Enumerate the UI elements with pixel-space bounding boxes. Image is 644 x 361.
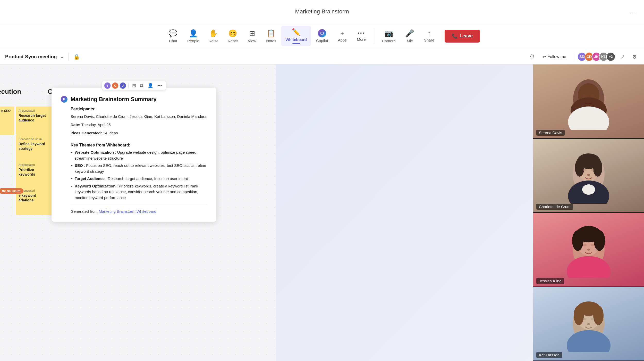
avatar-plus: +2 xyxy=(606,52,615,61)
svg-point-27 xyxy=(587,249,590,251)
serena-video xyxy=(533,64,644,138)
mic-icon: 🎤 xyxy=(405,29,414,38)
card-avatar-2: C xyxy=(112,82,118,89)
camera-icon: 📷 xyxy=(384,29,393,38)
svg-point-11 xyxy=(593,159,602,177)
sticky-charlotte-label: Charlotte de Crum xyxy=(19,137,49,141)
lock-icon: 🔒 xyxy=(73,54,80,60)
svg-point-15 xyxy=(591,169,594,171)
participants-heading: Participants: xyxy=(71,107,207,111)
ideas-count: 14 Ideas xyxy=(103,131,118,135)
avatar-group: SD CD JK KL +2 xyxy=(577,52,615,61)
card-content: Marketing Brainstorm Summary Participant… xyxy=(61,96,207,214)
video-tile-jessica: Jessica Kline xyxy=(533,213,644,287)
sticky-text: e keyword ariations xyxy=(19,193,49,202)
svg-point-5 xyxy=(590,94,595,97)
sticky-text: Refine keyword strategy xyxy=(19,142,49,151)
theme-website: Website Optimization : Upgrade website d… xyxy=(71,150,207,161)
title-bar: Marketing Brainstorm ... xyxy=(0,0,644,23)
separator xyxy=(128,83,129,88)
svg-point-36 xyxy=(587,323,590,325)
video-tile-charlotte: Charlotte de Crum xyxy=(533,139,644,213)
theme-seo-text: : Focus on SEO, reach out to relevant we… xyxy=(75,163,206,174)
app-title: Marketing Brainstorm xyxy=(295,8,349,15)
toolbar-whiteboard[interactable]: ✏️ Whiteboard xyxy=(281,26,311,46)
toolbar: 💬 Chat 👤 People ✋ Raise 😊 React ⊞ View 📋… xyxy=(0,23,644,49)
separator xyxy=(573,53,573,61)
separator xyxy=(69,53,69,61)
toolbar-raise[interactable]: ✋ Raise xyxy=(205,27,223,45)
card-copy-icon[interactable]: ⧉ xyxy=(139,83,145,89)
svg-point-14 xyxy=(583,169,587,171)
sticky-ai-label: AI generated xyxy=(19,109,49,112)
sticky-prioritize: AI generated Prioritize keywords xyxy=(16,161,52,189)
meeting-chevron-icon[interactable]: ⌄ xyxy=(60,54,64,60)
more-button[interactable]: ... xyxy=(630,8,636,15)
video-tile-kat: Kat Larsson xyxy=(533,287,644,361)
video-name-kat: Kat Larsson xyxy=(536,352,562,358)
video-tile-serena: Serena Davis xyxy=(533,64,644,139)
leave-button[interactable]: 📞 Leave xyxy=(445,30,480,43)
toolbar-camera[interactable]: 📷 Camera xyxy=(378,27,400,45)
card-person-icon[interactable]: 👤 xyxy=(146,82,155,89)
settings-icon[interactable]: ⚙ xyxy=(630,53,639,61)
toolbar-people[interactable]: 👤 People xyxy=(183,27,204,45)
card-toolbar: S C J ⊞ ⧉ 👤 ••• xyxy=(102,81,166,90)
toolbar-more[interactable]: ••• More xyxy=(352,29,370,44)
separator xyxy=(374,28,374,44)
video-panel: Serena Davis Charlotte de Crum xyxy=(533,64,644,361)
kat-video xyxy=(533,287,644,361)
card-divider xyxy=(71,205,207,205)
svg-point-33 xyxy=(567,330,611,352)
date-row: Date: Tuesday, April 25 xyxy=(71,122,207,128)
view-icon: ⊞ xyxy=(249,29,255,38)
card-avatar-3: J xyxy=(120,82,126,89)
apps-icon: + xyxy=(341,30,344,37)
charlotte-video xyxy=(533,139,644,212)
svg-point-34 xyxy=(583,318,587,320)
card-title: Marketing Brainstorm Summary xyxy=(71,96,207,103)
card-footer: Generated from Marketing Brainstorm Whit… xyxy=(71,209,207,214)
charlotte-cursor-label: tte de Crum xyxy=(0,188,23,194)
svg-point-10 xyxy=(575,159,584,177)
react-icon: 😊 xyxy=(228,29,237,38)
theme-audience: Target Audience : Research target audien… xyxy=(71,176,207,182)
card-more-icon[interactable]: ••• xyxy=(156,83,164,89)
copilot-card-icon: P xyxy=(61,96,67,103)
themes-heading: Key Themes from Whiteboard: xyxy=(71,143,207,147)
video-name-serena: Serena Davis xyxy=(536,130,565,136)
toolbar-react[interactable]: 😊 React xyxy=(224,27,242,45)
jessica-video xyxy=(533,213,644,286)
theme-keyword-heading: Keyword Optimization xyxy=(75,184,115,188)
follow-me-button[interactable]: ↩ Follow me xyxy=(540,53,569,60)
card-avatar-1: S xyxy=(104,82,111,89)
toolbar-mic[interactable]: 🎤 Mic xyxy=(401,27,419,45)
share-icon: ↑ xyxy=(428,30,431,37)
sticky-refine-keyword: Charlotte de Crum Refine keyword strateg… xyxy=(16,135,52,163)
toolbar-view[interactable]: ⊞ View xyxy=(243,27,261,45)
sticky-ai-label: AI generated xyxy=(19,163,49,166)
date-value: Tuesday, April 25 xyxy=(81,122,111,127)
toolbar-notes[interactable]: 📋 Notes xyxy=(262,27,280,45)
svg-point-24 xyxy=(567,256,611,278)
svg-point-25 xyxy=(583,244,587,246)
share-meeting-icon[interactable]: ↗ xyxy=(618,53,627,61)
footer-link[interactable]: Marketing Brainstorm Whiteboard xyxy=(99,209,156,214)
toolbar-apps[interactable]: + Apps xyxy=(333,28,351,44)
sticky-text: n SEO xyxy=(1,109,12,113)
sticky-text: Research target audience xyxy=(19,113,49,122)
sticky-text: Prioritize keywords xyxy=(19,167,49,177)
toolbar-chat[interactable]: 💬 Chat xyxy=(164,27,182,45)
section-execution: ecution xyxy=(0,88,21,96)
meeting-title: Product Sync meeting xyxy=(5,54,57,60)
toolbar-copilot[interactable]: ⬡ Copilot xyxy=(312,27,332,45)
svg-point-13 xyxy=(582,184,595,195)
toolbar-share[interactable]: ↑ Share xyxy=(420,28,438,44)
copilot-icon: ⬡ xyxy=(318,29,326,37)
theme-audience-text: : Research target audience, focus on use… xyxy=(106,176,188,181)
whiteboard-canvas: ecution Outreach Networking AI generated… xyxy=(0,64,276,361)
ideas-label: Ideas Generated: xyxy=(71,131,102,135)
svg-point-35 xyxy=(591,318,594,320)
card-grid-icon[interactable]: ⊞ xyxy=(131,82,138,89)
timer-icon[interactable]: ⏱ xyxy=(528,53,537,61)
